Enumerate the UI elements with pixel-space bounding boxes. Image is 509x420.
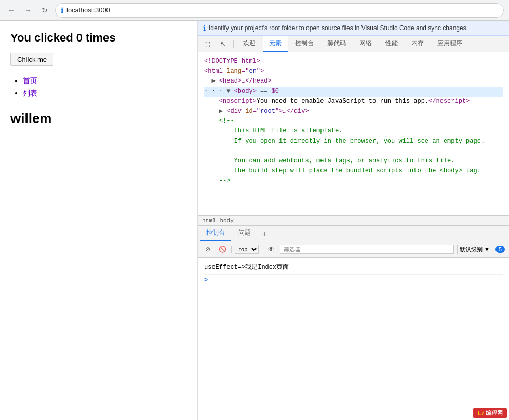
- forward-button[interactable]: →: [22, 4, 34, 17]
- address-info-icon: ℹ: [61, 6, 63, 15]
- console-prompt-line[interactable]: >: [204, 275, 503, 288]
- clear-console-button[interactable]: ⊘: [202, 243, 213, 255]
- code-line-body: · · · ▼ <body> == $0: [204, 87, 503, 97]
- eye-icon-button[interactable]: 👁: [265, 243, 277, 255]
- code-line-comment-open: <!--: [204, 116, 503, 126]
- block-icon-button[interactable]: 🚫: [217, 243, 228, 255]
- device-icon-btn[interactable]: ⬚: [200, 37, 215, 51]
- breadcrumb-bar: html body: [198, 215, 509, 226]
- select-icon-btn[interactable]: ↖: [216, 37, 230, 51]
- name-display: willem: [10, 111, 186, 127]
- info-bar: ℹ Identify your project's root folder to…: [198, 21, 509, 36]
- code-line-comment-1: This HTML file is a template.: [204, 126, 503, 136]
- tab-application[interactable]: 应用程序: [431, 36, 468, 52]
- nav-link-home[interactable]: 首页: [23, 76, 37, 85]
- code-line-comment-empty: [204, 146, 503, 156]
- nav-links: 首页 列表: [10, 76, 186, 98]
- console-tab-main[interactable]: 控制台: [200, 226, 231, 241]
- code-line-comment-2: If you open it directly in the browser, …: [204, 137, 503, 146]
- tab-sources[interactable]: 源代码: [321, 36, 352, 52]
- url-text: localhost:3000: [66, 6, 110, 14]
- tab-console[interactable]: 控制台: [289, 36, 320, 52]
- code-line-comment-close: -->: [204, 176, 503, 186]
- list-item: 列表: [23, 89, 186, 98]
- level-label: 默认级别: [460, 246, 483, 253]
- watermark: Li 编程网: [473, 408, 507, 418]
- filter-input[interactable]: [280, 245, 454, 254]
- devtools-tabs: ⬚ ↖ 欢迎 元素 控制台 源代码 网络 性能 内存 应用程序: [198, 36, 509, 52]
- level-select[interactable]: 默认级别 ▼: [457, 245, 492, 254]
- tab-memory[interactable]: 内存: [405, 36, 430, 52]
- tab-welcome[interactable]: 欢迎: [237, 36, 262, 52]
- console-toolbar: ⊘ 🚫 top 👁 默认级别 ▼ 5: [198, 241, 509, 258]
- console-tab-issues[interactable]: 问题: [232, 226, 257, 241]
- reload-button[interactable]: ↻: [38, 4, 51, 17]
- code-line-comment-4: The build step will place the bundled sc…: [204, 166, 503, 176]
- tab-elements[interactable]: 元素: [263, 36, 288, 52]
- code-line-head: ▶ <head>…</head>: [204, 76, 503, 86]
- issue-badge: 5: [495, 246, 505, 253]
- list-item: 首页: [23, 76, 186, 86]
- click-count-label: You clicked 0 times: [10, 31, 186, 45]
- console-tab-add[interactable]: +: [258, 227, 271, 240]
- info-bar-text: Identify your project's root folder to o…: [209, 24, 468, 32]
- console-log-useeffect: useEffect=>我是Index页面: [204, 262, 503, 275]
- watermark-logo-li: Li: [477, 409, 484, 417]
- tab-performance[interactable]: 性能: [379, 36, 404, 52]
- address-bar[interactable]: ℹ localhost:3000: [55, 3, 504, 18]
- click-button[interactable]: Chlick me: [10, 53, 53, 66]
- code-line-noscript: <noscript>You need to enable JavaScript …: [204, 97, 503, 106]
- code-line-div-root: ▶ <div id="root">…</div>: [204, 106, 503, 116]
- console-output: useEffect=>我是Index页面 >: [198, 258, 509, 420]
- code-line-doctype: <!DOCTYPE html>: [204, 57, 503, 66]
- breadcrumb-html[interactable]: html: [202, 218, 216, 224]
- frame-select[interactable]: top: [235, 245, 259, 254]
- watermark-logo: Li: [477, 409, 484, 417]
- webpage-panel: You clicked 0 times Chlick me 首页 列表 will…: [0, 21, 197, 420]
- nav-link-list[interactable]: 列表: [23, 89, 37, 97]
- watermark-text: 编程网: [486, 409, 503, 417]
- devtools-panel: ℹ Identify your project's root folder to…: [197, 21, 509, 420]
- code-line-comment-3: You can add webfonts, meta tags, or anal…: [204, 156, 503, 166]
- elements-code-area[interactable]: <!DOCTYPE html> <html lang="en"> ▶ <head…: [198, 52, 509, 215]
- main-layout: You clicked 0 times Chlick me 首页 列表 will…: [0, 21, 509, 420]
- tab-network[interactable]: 网络: [353, 36, 378, 52]
- level-dropdown-arrow: ▼: [484, 246, 490, 252]
- info-icon: ℹ: [203, 24, 206, 32]
- browser-chrome: ← → ↻ ℹ localhost:3000: [0, 0, 509, 21]
- toolbar-divider: [231, 246, 232, 253]
- breadcrumb-body[interactable]: body: [220, 218, 233, 224]
- code-line-html: <html lang="en">: [204, 66, 503, 76]
- console-tabs: 控制台 问题 +: [198, 226, 509, 241]
- tab-separator: [233, 40, 234, 48]
- toolbar-divider-2: [262, 246, 262, 253]
- log-text: useEffect=>我是Index页面: [204, 264, 289, 271]
- back-button[interactable]: ←: [5, 4, 18, 17]
- console-prompt-symbol: >: [204, 277, 208, 284]
